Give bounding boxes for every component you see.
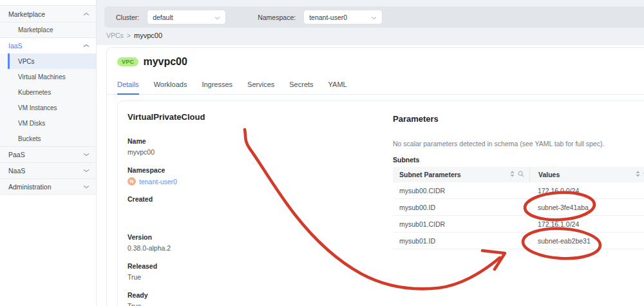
parameters-section: Parameters No scalar parameters detected… — [393, 101, 644, 249]
chevron-down-icon — [83, 153, 90, 157]
breadcrumb-vpcs-link[interactable]: VPCs — [106, 32, 124, 39]
sidebar-item-kubernetes[interactable]: Kubernetes — [0, 84, 96, 100]
chevron-down-icon — [214, 16, 220, 20]
sort-icon[interactable] — [510, 171, 515, 178]
sidebar-item-buckets[interactable]: Buckets — [0, 131, 96, 146]
tab-workloads[interactable]: Workloads — [154, 81, 187, 95]
subnet-value-cell: 172.16.1.0/24 — [529, 220, 644, 228]
field-label-ready: Ready — [128, 291, 379, 300]
parameters-heading: Parameters — [393, 114, 644, 124]
sidebar-section-label: Marketplace — [8, 10, 45, 18]
tab-secrets[interactable]: Secrets — [289, 81, 313, 95]
tab-yaml[interactable]: YAML — [328, 81, 347, 95]
sidebar-section-label: NaaS — [8, 167, 25, 175]
breadcrumb: VPCs > myvpc00 — [106, 32, 162, 39]
field-label-created: Created — [128, 195, 379, 204]
subnets-table: Subnet Parameters Values — [393, 167, 644, 249]
sidebar-item-label: Kubernetes — [18, 89, 51, 96]
sidebar-item-virtual-machines[interactable]: Virtual Machines — [0, 69, 96, 84]
context-toolbar: Cluster: default Namespace: tenant-user0 — [104, 6, 644, 28]
field-value-released: True — [128, 273, 379, 282]
column-header-values: Values — [529, 167, 644, 182]
column-header-label: Subnet Parameters — [399, 171, 461, 178]
sidebar-menu: Marketplace Marketplace IaaS VPCs Virtua… — [0, 5, 96, 195]
chevron-up-icon — [83, 44, 90, 48]
column-header-icons — [510, 171, 524, 178]
sidebar-section-paas[interactable]: PaaS — [0, 146, 96, 162]
namespace-select-value: tenant-user0 — [309, 14, 347, 21]
tab-services[interactable]: Services — [247, 81, 274, 95]
cluster-select-value: default — [153, 14, 173, 21]
details-panel: VirtualPrivateCloud Name myvpc00 Namespa… — [117, 100, 644, 306]
table-row: mysub01.CIDR 172.16.1.0/24 — [393, 216, 644, 233]
tab-bar: Details Workloads Ingresses Services Sec… — [117, 81, 644, 95]
resource-summary: VirtualPrivateCloud Name myvpc00 Namespa… — [128, 101, 379, 306]
subnet-param-cell: mysub00.ID — [393, 204, 529, 211]
cluster-select[interactable]: default — [147, 10, 226, 24]
summary-heading: VirtualPrivateCloud — [128, 112, 379, 122]
sidebar-section-administration[interactable]: Administration — [0, 178, 96, 195]
sidebar-section-label: Administration — [8, 183, 52, 191]
app-root: Marketplace Marketplace IaaS VPCs Virtua… — [0, 0, 644, 306]
chevron-down-icon — [83, 169, 90, 173]
parameters-note: No scalar parameters detected in schema … — [393, 140, 644, 148]
sidebar-section-naas[interactable]: NaaS — [0, 162, 96, 178]
main-area: Cluster: default Namespace: tenant-user0… — [97, 0, 644, 306]
sidebar-item-label: Virtual Machines — [18, 73, 66, 81]
namespace-link[interactable]: tenant-user0 — [139, 178, 177, 186]
sidebar-item-marketplace[interactable]: Marketplace — [0, 22, 96, 37]
breadcrumb-separator: > — [127, 32, 131, 39]
sidebar-item-label: Marketplace — [18, 26, 53, 33]
sidebar-section-label: IaaS — [8, 42, 23, 50]
search-icon[interactable] — [518, 171, 524, 178]
table-row: mysub00.CIDR 172.16.0.0/24 — [393, 182, 644, 199]
subnet-value-cell: subnet-3fe41aba — [529, 204, 644, 211]
sidebar-item-vm-instances[interactable]: VM Instances — [0, 100, 96, 115]
field-value-version: 0.38.0-alpha.2 — [128, 244, 379, 253]
breadcrumb-current: myvpc00 — [134, 32, 162, 39]
sidebar-section-label: PaaS — [8, 151, 25, 158]
resource-header: VPC myvpc00 — [117, 56, 187, 68]
namespace-value-row: N tenant-user0 — [128, 177, 379, 186]
tab-ingresses[interactable]: Ingresses — [202, 81, 232, 95]
sidebar-item-label: VPCs — [18, 58, 35, 65]
subnets-label: Subnets — [393, 156, 644, 164]
table-row: mysub00.ID subnet-3fe41aba — [393, 199, 644, 216]
field-label-namespace: Namespace — [128, 166, 379, 175]
subnet-value-cell: 172.16.0.0/24 — [529, 187, 644, 195]
page-title: myvpc00 — [143, 56, 187, 68]
sidebar-item-label: VM Disks — [18, 120, 45, 127]
sidebar-item-label: Buckets — [18, 135, 41, 142]
column-header-icons — [636, 171, 644, 178]
chevron-up-icon — [83, 12, 90, 16]
cluster-label: Cluster: — [116, 14, 139, 21]
vpc-kind-badge: VPC — [117, 57, 138, 67]
sidebar-item-vpcs[interactable]: VPCs — [0, 53, 96, 69]
field-value-created — [128, 204, 379, 213]
field-label-released: Released — [128, 262, 379, 271]
sidebar-section-marketplace[interactable]: Marketplace — [0, 6, 96, 22]
namespace-avatar: N — [128, 177, 136, 186]
sidebar-item-label: VM Instances — [18, 104, 57, 111]
sidebar-item-vm-disks[interactable]: VM Disks — [0, 115, 96, 131]
field-value-ready: True — [128, 301, 379, 306]
column-header-label: Values — [538, 171, 560, 178]
namespace-select[interactable]: tenant-user0 — [303, 10, 383, 24]
field-value-name: myvpc00 — [128, 148, 379, 157]
sidebar-section-iaas[interactable]: IaaS — [0, 37, 96, 53]
content-card: VPC myvpc00 Details Workloads Ingresses … — [106, 47, 644, 306]
sort-icon[interactable] — [636, 171, 640, 178]
table-row: mysub01.ID subnet-eab2be31 — [393, 233, 644, 249]
tab-details[interactable]: Details — [117, 81, 139, 95]
field-label-name: Name — [128, 137, 379, 146]
field-label-version: Version — [128, 233, 379, 242]
chevron-down-icon — [83, 185, 90, 189]
subnet-param-cell: mysub01.ID — [393, 237, 529, 245]
subnet-param-cell: mysub01.CIDR — [393, 220, 529, 228]
chevron-down-icon — [371, 16, 377, 20]
namespace-label: Namespace: — [258, 14, 296, 21]
subnet-value-cell: subnet-eab2be31 — [529, 237, 644, 245]
subnet-param-cell: mysub00.CIDR — [393, 187, 529, 195]
sidebar: Marketplace Marketplace IaaS VPCs Virtua… — [0, 0, 97, 306]
subnets-table-header: Subnet Parameters Values — [393, 167, 644, 182]
